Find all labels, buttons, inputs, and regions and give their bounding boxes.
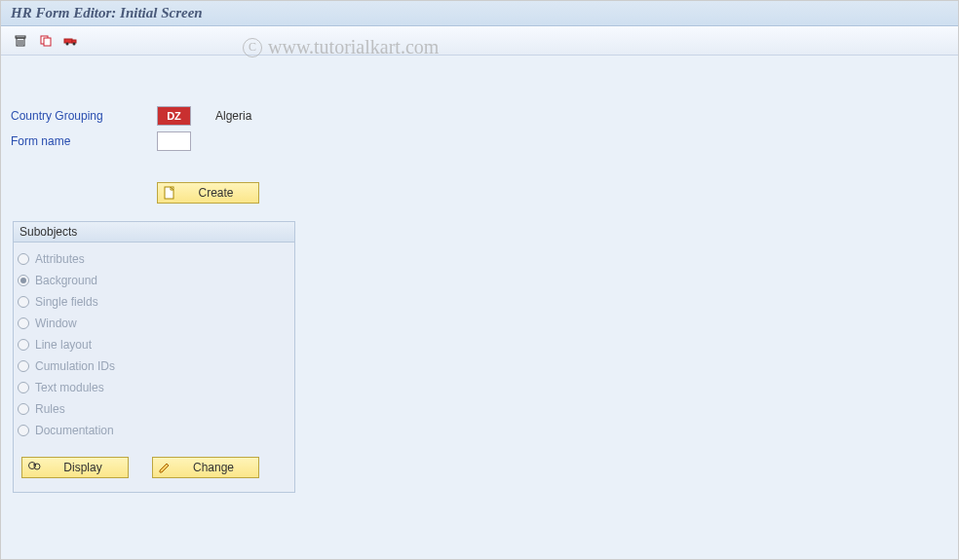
- toolbar: [1, 26, 958, 56]
- radio-item[interactable]: Attributes: [18, 248, 290, 270]
- page-title: HR Form Editor: Initial Screen: [11, 5, 203, 21]
- radio-label: Rules: [35, 402, 65, 416]
- subobjects-panel: Subobjects AttributesBackgroundSingle fi…: [13, 221, 295, 493]
- copy-icon[interactable]: [36, 32, 56, 50]
- display-icon: [26, 460, 42, 475]
- delete-icon[interactable]: [11, 32, 30, 50]
- radio-icon: [18, 339, 29, 351]
- radio-icon: [18, 317, 29, 329]
- radio-label: Line layout: [35, 338, 92, 352]
- radio-item[interactable]: Cumulation IDs: [18, 355, 290, 377]
- radio-icon: [18, 296, 29, 308]
- create-button-label: Create: [181, 186, 250, 200]
- radio-label: Single fields: [35, 295, 98, 309]
- radio-item[interactable]: Rules: [18, 398, 290, 420]
- pencil-icon: [157, 460, 173, 475]
- country-label: Country Grouping: [11, 109, 157, 123]
- title-bar: HR Form Editor: Initial Screen: [1, 1, 958, 26]
- radio-item[interactable]: Documentation: [18, 420, 290, 441]
- display-button-label: Display: [46, 461, 120, 474]
- create-icon: [162, 185, 177, 201]
- form-name-row: Form name: [11, 130, 948, 153]
- radio-item[interactable]: Text modules: [18, 377, 290, 398]
- radio-label: Window: [35, 317, 77, 330]
- radio-icon: [18, 275, 29, 286]
- svg-rect-7: [64, 39, 72, 43]
- create-button[interactable]: Create: [157, 182, 259, 204]
- svg-point-10: [73, 42, 76, 45]
- transport-icon[interactable]: [61, 32, 81, 50]
- radio-label: Documentation: [35, 424, 114, 437]
- radio-item[interactable]: Single fields: [18, 291, 290, 313]
- radio-icon: [18, 403, 29, 415]
- radio-label: Background: [35, 274, 97, 287]
- radio-item[interactable]: Background: [18, 270, 290, 291]
- display-button[interactable]: Display: [21, 457, 129, 478]
- country-code-input[interactable]: DZ: [157, 106, 191, 126]
- change-button-label: Change: [176, 461, 250, 474]
- radio-icon: [18, 253, 29, 265]
- form-name-label: Form name: [11, 134, 157, 148]
- radio-label: Text modules: [35, 381, 104, 394]
- radio-icon: [18, 360, 29, 372]
- form-name-input[interactable]: [157, 131, 191, 151]
- radio-item[interactable]: Line layout: [18, 334, 290, 355]
- svg-rect-4: [16, 36, 25, 38]
- radio-icon: [18, 425, 29, 436]
- radio-icon: [18, 382, 29, 393]
- subobjects-title: Subobjects: [14, 222, 294, 243]
- svg-rect-6: [44, 38, 51, 46]
- svg-point-9: [66, 42, 69, 45]
- radio-label: Attributes: [35, 252, 85, 266]
- radio-item[interactable]: Window: [18, 313, 290, 334]
- subobjects-radio-list: AttributesBackgroundSingle fieldsWindowL…: [14, 243, 294, 447]
- country-row: Country Grouping DZ Algeria: [11, 104, 948, 128]
- change-button[interactable]: Change: [152, 457, 259, 478]
- content-area: Country Grouping DZ Algeria Form name Cr…: [1, 56, 958, 503]
- country-name-text: Algeria: [215, 109, 251, 123]
- radio-label: Cumulation IDs: [35, 359, 115, 373]
